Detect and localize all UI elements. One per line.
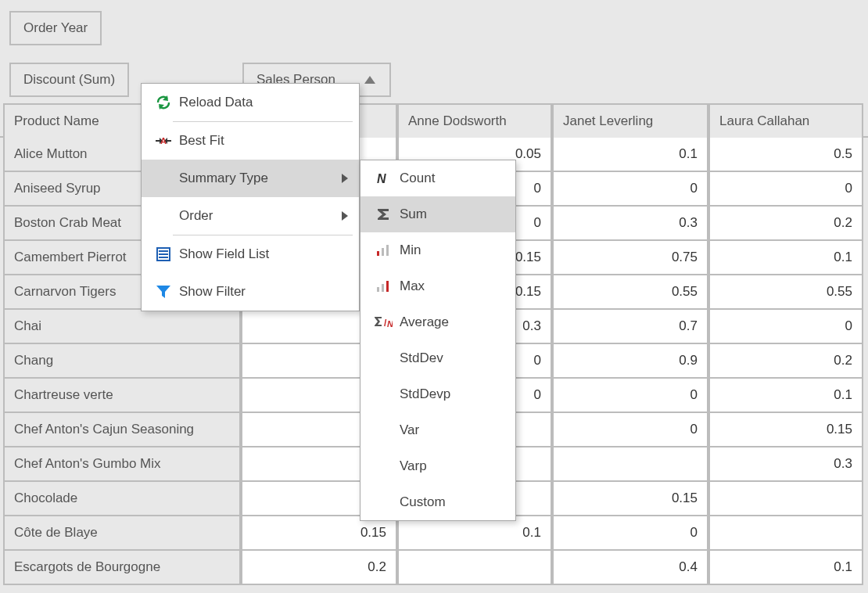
data-cell[interactable]: 0 [552,516,708,551]
svg-rect-8 [386,245,389,256]
column-header[interactable]: Janet Leverling [552,103,708,138]
data-cell[interactable]: 0.7 [552,310,708,344]
submenu-item-custom[interactable]: Custom [360,484,515,520]
data-cell[interactable]: 0.1 [708,551,863,585]
svg-rect-2 [159,250,168,252]
row-label[interactable]: Chartreuse verte [3,379,241,413]
submenu-item-varp[interactable]: Varp [360,448,515,484]
submenu-item-label: Custom [400,494,446,510]
data-cell[interactable]: 0.1 [397,516,552,551]
submenu-item-label: Max [400,279,425,294]
menu-item-show-field-list[interactable]: Show Field List [142,235,359,273]
data-area-field[interactable]: Discount (Sum) [9,63,129,97]
row-label[interactable]: Chef Anton's Gumbo Mix [3,447,241,482]
data-cell[interactable]: 0 [708,172,863,207]
svg-text:N: N [377,172,386,185]
menu-item-label: Reload Data [179,95,348,110]
submenu-item-var[interactable]: Var [360,412,515,448]
menu-item-reload-data[interactable]: Reload Data [142,84,359,121]
data-cell[interactable]: 0.9 [552,344,708,379]
data-cell[interactable]: 0 [552,413,708,447]
data-cell[interactable] [708,482,863,516]
submenu-item-sum[interactable]: Sum [360,196,515,232]
data-cell[interactable]: 0.1 [708,379,863,413]
data-cell[interactable]: 0.15 [552,482,708,516]
svg-rect-3 [159,253,168,255]
menu-item-label: Show Filter [179,284,348,300]
menu-item-label: Best Fit [179,133,348,149]
data-cell[interactable]: 0.3 [552,207,708,241]
row-label[interactable]: Chai [3,310,241,344]
data-cell[interactable]: 0.5 [708,138,863,172]
svg-text:A: A [160,136,167,146]
data-cell[interactable]: 0 [708,310,863,344]
svg-rect-4 [159,257,168,258]
filter-area-field[interactable]: Order Year [9,11,102,45]
row-label[interactable]: Côte de Blaye [3,516,241,551]
svg-text:N: N [387,319,393,329]
table-row: Escargots de Bourgogne0.20.40.1 [3,551,863,585]
data-cell[interactable]: 0 [552,172,708,207]
data-cell[interactable]: 0.15 [708,413,863,447]
menu-item-label: Summary Type [179,171,342,186]
average-icon: /N [367,315,400,329]
data-cell[interactable]: 0.55 [552,275,708,310]
summary-type-submenu[interactable]: NCountSumMinMax/NAverageStdDevStdDevpVar… [360,160,516,521]
table-row: Côte de Blaye0.150.10 [3,516,863,551]
menu-item-best-fit[interactable]: ABest Fit [142,122,359,160]
data-cell[interactable]: 0.55 [708,275,863,310]
submenu-item-label: StdDevp [400,386,450,402]
data-cell[interactable]: 0.75 [552,241,708,275]
column-header[interactable]: Anne Dodsworth [397,103,552,138]
context-menu[interactable]: Reload DataABest FitSummary TypeOrderSho… [141,83,360,311]
submenu-item-label: Sum [400,207,427,222]
menu-item-label: Order [179,208,342,224]
submenu-item-label: Var [400,422,419,438]
column-header-row: Product Name Anne Dodsworth Janet Leverl… [3,103,863,138]
menu-item-summary-type[interactable]: Summary Type [142,160,359,197]
submenu-item-label: Average [400,314,449,330]
row-label[interactable]: Chocolade [3,482,241,516]
filter-icon [148,285,179,299]
data-cell[interactable] [397,551,552,585]
data-cell[interactable]: 0.2 [708,344,863,379]
row-label[interactable]: Chang [3,344,241,379]
svg-rect-6 [377,251,379,256]
menu-item-order[interactable]: Order [142,197,359,235]
data-cell[interactable]: 0.3 [708,447,863,482]
sum-icon [367,207,400,221]
fieldlist-icon [148,247,179,261]
data-cell[interactable]: 0.1 [552,138,708,172]
column-header[interactable]: Laura Callahan [708,103,863,138]
data-cell[interactable]: 0 [552,379,708,413]
submenu-item-label: Min [400,243,421,258]
count-icon: N [367,171,400,185]
sort-ascending-icon [364,76,375,84]
data-cell[interactable]: 0.1 [708,241,863,275]
submenu-item-label: StdDev [400,350,443,366]
submenu-arrow-icon [342,174,348,183]
submenu-item-stddev[interactable]: StdDev [360,340,515,376]
min-icon [367,243,400,257]
submenu-item-average[interactable]: /NAverage [360,304,515,340]
svg-rect-7 [382,248,384,256]
data-cell[interactable] [552,447,708,482]
data-cell[interactable]: 0.2 [708,207,863,241]
svg-rect-10 [382,284,384,292]
submenu-item-max[interactable]: Max [360,268,515,304]
svg-rect-11 [386,281,389,292]
data-cell[interactable]: 0.2 [241,551,397,585]
submenu-item-stddevp[interactable]: StdDevp [360,376,515,412]
data-cell[interactable]: 0.15 [241,516,397,551]
menu-item-label: Show Field List [179,246,348,262]
submenu-item-count[interactable]: NCount [360,160,515,196]
bestfit-icon: A [148,135,179,147]
row-label[interactable]: Escargots de Bourgogne [3,551,241,585]
reload-icon [148,95,179,110]
submenu-item-label: Varp [400,458,427,474]
data-cell[interactable]: 0.4 [552,551,708,585]
menu-item-show-filter[interactable]: Show Filter [142,273,359,311]
data-cell[interactable] [708,516,863,551]
submenu-item-min[interactable]: Min [360,232,515,268]
row-label[interactable]: Chef Anton's Cajun Seasoning [3,413,241,447]
